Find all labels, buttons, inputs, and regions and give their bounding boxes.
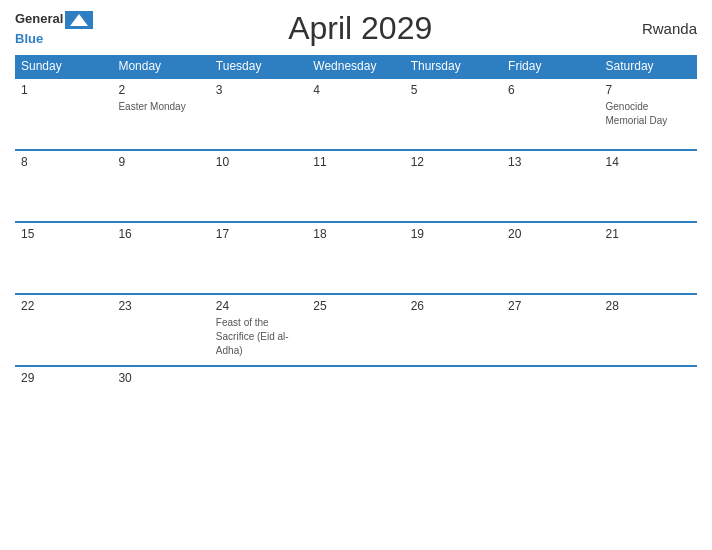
calendar-day-cell: 22 [15,294,112,366]
day-number: 25 [313,299,398,313]
logo-text: General [15,12,63,26]
day-number: 8 [21,155,106,169]
day-number: 6 [508,83,593,97]
day-number: 10 [216,155,301,169]
page-title: April 2029 [93,10,627,47]
calendar-day-cell: 15 [15,222,112,294]
header: General Blue April 2029 Rwanda [15,10,697,47]
day-number: 26 [411,299,496,313]
calendar-day-cell: 17 [210,222,307,294]
day-number: 16 [118,227,203,241]
day-number: 17 [216,227,301,241]
calendar-day-cell: 1 [15,78,112,150]
holiday-label: Genocide Memorial Day [606,101,668,126]
day-number: 23 [118,299,203,313]
day-number: 14 [606,155,691,169]
calendar-day-cell: 30 [112,366,209,438]
day-number: 3 [216,83,301,97]
holiday-label: Easter Monday [118,101,185,112]
calendar-day-cell: 28 [600,294,697,366]
page: General Blue April 2029 Rwanda Sunday Mo… [0,0,712,550]
calendar-day-cell: 20 [502,222,599,294]
day-number: 9 [118,155,203,169]
calendar-week-row: 891011121314 [15,150,697,222]
calendar-day-cell: 11 [307,150,404,222]
calendar-header-row: Sunday Monday Tuesday Wednesday Thursday… [15,55,697,78]
calendar-day-cell: 9 [112,150,209,222]
calendar-day-cell: 4 [307,78,404,150]
col-monday: Monday [112,55,209,78]
logo-blue-box [65,11,93,29]
calendar-day-cell: 25 [307,294,404,366]
day-number: 20 [508,227,593,241]
day-number: 19 [411,227,496,241]
day-number: 15 [21,227,106,241]
holiday-label: Feast of the Sacrifice (Eid al-Adha) [216,317,289,356]
calendar-table: Sunday Monday Tuesday Wednesday Thursday… [15,55,697,438]
calendar-day-cell [405,366,502,438]
calendar-day-cell: 27 [502,294,599,366]
col-sunday: Sunday [15,55,112,78]
col-thursday: Thursday [405,55,502,78]
svg-marker-0 [70,14,88,26]
day-number: 13 [508,155,593,169]
calendar-day-cell: 3 [210,78,307,150]
day-number: 22 [21,299,106,313]
calendar-day-cell: 19 [405,222,502,294]
calendar-week-row: 222324Feast of the Sacrifice (Eid al-Adh… [15,294,697,366]
calendar-day-cell: 21 [600,222,697,294]
day-number: 28 [606,299,691,313]
day-number: 5 [411,83,496,97]
logo-text-blue: Blue [15,31,43,46]
day-number: 21 [606,227,691,241]
col-tuesday: Tuesday [210,55,307,78]
calendar-day-cell: 8 [15,150,112,222]
calendar-day-cell: 5 [405,78,502,150]
col-saturday: Saturday [600,55,697,78]
logo: General Blue [15,11,93,47]
col-friday: Friday [502,55,599,78]
calendar-week-row: 12Easter Monday34567Genocide Memorial Da… [15,78,697,150]
day-number: 2 [118,83,203,97]
day-number: 18 [313,227,398,241]
calendar-day-cell: 23 [112,294,209,366]
calendar-day-cell: 29 [15,366,112,438]
calendar-day-cell: 10 [210,150,307,222]
col-wednesday: Wednesday [307,55,404,78]
day-number: 29 [21,371,106,385]
day-number: 27 [508,299,593,313]
calendar-day-cell [307,366,404,438]
calendar-day-cell: 6 [502,78,599,150]
day-number: 11 [313,155,398,169]
calendar-day-cell [502,366,599,438]
day-number: 4 [313,83,398,97]
calendar-day-cell: 16 [112,222,209,294]
calendar-day-cell: 7Genocide Memorial Day [600,78,697,150]
calendar-week-row: 2930 [15,366,697,438]
calendar-day-cell: 18 [307,222,404,294]
calendar-day-cell: 2Easter Monday [112,78,209,150]
calendar-day-cell: 14 [600,150,697,222]
calendar-day-cell: 26 [405,294,502,366]
day-number: 30 [118,371,203,385]
day-number: 7 [606,83,691,97]
calendar-day-cell [600,366,697,438]
day-number: 24 [216,299,301,313]
calendar-day-cell: 12 [405,150,502,222]
calendar-day-cell: 13 [502,150,599,222]
day-number: 1 [21,83,106,97]
country-label: Rwanda [627,20,697,37]
calendar-day-cell: 24Feast of the Sacrifice (Eid al-Adha) [210,294,307,366]
day-number: 12 [411,155,496,169]
calendar-week-row: 15161718192021 [15,222,697,294]
calendar-day-cell [210,366,307,438]
